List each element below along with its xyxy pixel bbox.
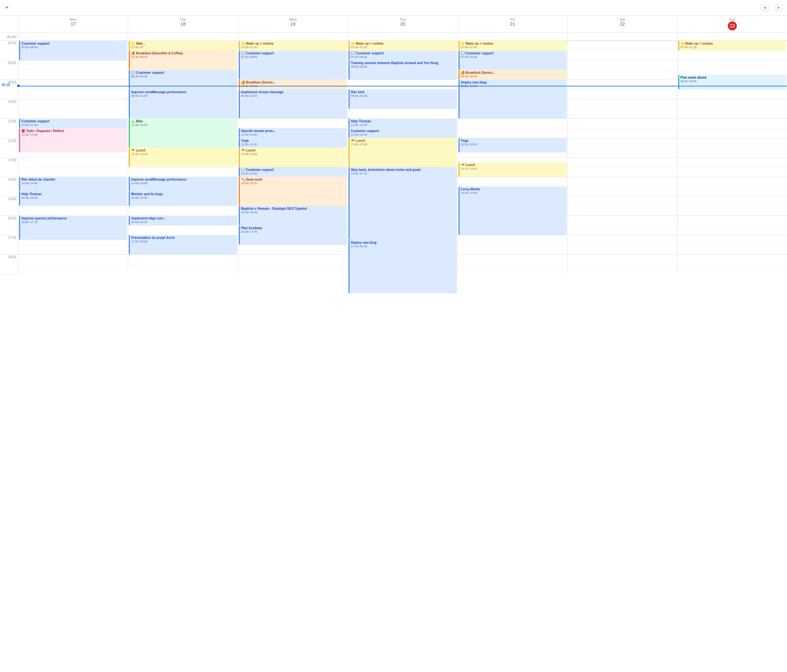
- event[interactable]: 🍊 Breakfast (Smoothie & Coffee)07:30–08:…: [129, 51, 237, 70]
- event[interactable]: Training session between Baptiste Arnaud…: [349, 60, 457, 80]
- event[interactable]: 🍊 Breakfast (Smoot...08:30–09:00: [458, 70, 567, 80]
- event-time: 11:30–12:00: [241, 133, 346, 136]
- event[interactable]: 💬 Customer support07:30–08:00: [349, 51, 457, 60]
- time-slot-1300: 13:00: [0, 157, 18, 177]
- time-slot-0800: 08:00: [0, 60, 18, 80]
- time-slot-1800: 18:00: [0, 255, 18, 274]
- event[interactable]: OpenAI stream prom...11:30–12:00: [239, 128, 347, 138]
- event[interactable]: 🥗 Lunch12:30–13:30: [239, 148, 347, 167]
- event[interactable]: 🚲 Bike11:00–12:30: [129, 119, 237, 148]
- event[interactable]: Improve queries performance16:00–17:15: [19, 216, 127, 240]
- event-title: Help Thomas: [351, 119, 455, 123]
- event[interactable]: 💬 Customer support08:30–09:30: [129, 70, 237, 89]
- event[interactable]: 🥗 Lunch13:15–14:00: [458, 162, 567, 177]
- event[interactable]: 🍊 Breakfast (Smoot...09:00–09:30: [239, 80, 347, 89]
- event-time: 14:30–17:00: [461, 191, 565, 194]
- add-event-button[interactable]: +: [4, 4, 10, 11]
- event[interactable]: 💬 Customer support07:30–09:00: [239, 51, 347, 80]
- event[interactable]: Deploy new blog09:00–11:00: [458, 80, 567, 119]
- event-time: 07:00–07:30: [461, 46, 565, 49]
- event-time: 16:30–17:30: [241, 230, 346, 233]
- event-title: Présentation du projet Archi: [131, 236, 235, 240]
- event[interactable]: Deploy new blog17:15–20:00: [349, 240, 457, 293]
- col-header-thu20[interactable]: Thu 20: [348, 16, 457, 32]
- header-left: +: [4, 4, 18, 11]
- event-title: 🥗 Lunch: [241, 148, 346, 152]
- event[interactable]: Baptiste x Romain - Stratégie SEO Typebo…: [239, 206, 347, 225]
- event-time: 07:30–08:30: [461, 55, 565, 59]
- allday-thu20: [348, 33, 457, 41]
- event-title: 💬 Customer support: [461, 51, 565, 55]
- event[interactable]: Implement stream message09:30–11:00: [239, 89, 347, 119]
- event-title: Monitor and fix bugs: [131, 192, 235, 196]
- event-title: 🌟 Wak...: [131, 41, 235, 46]
- event[interactable]: 📕 Todo / Organize / Reflect11:30–12:45: [19, 128, 127, 152]
- event[interactable]: 🥗 Lunch12:30–13:30: [129, 148, 237, 167]
- time-slot-1600: 16:00: [0, 216, 18, 235]
- col-header-mon17[interactable]: Mon 17: [18, 16, 128, 32]
- time-gutter-header: [0, 16, 18, 32]
- event[interactable]: Improve sendMessage performance14:00–14:…: [129, 177, 237, 191]
- event[interactable]: Présentation du projet Archi17:00–18:00: [129, 235, 237, 255]
- event[interactable]: Rdv début de chantier14:00–14:45: [19, 177, 127, 191]
- allday-fri21: [458, 33, 567, 41]
- event[interactable]: 💬 Customer support13:30–14:00: [239, 167, 347, 177]
- time-slot-1500: 15:00: [0, 196, 18, 216]
- event[interactable]: Rdv kiné09:30–10:30: [349, 89, 457, 109]
- event[interactable]: 🌟 Wake up + routine07:00–07:30: [239, 41, 347, 51]
- event[interactable]: Implement edge runt...16:00–16:30: [129, 216, 237, 225]
- col-header-fri21[interactable]: Fri 21: [458, 16, 567, 32]
- event-time: 07:00–07:30: [351, 46, 455, 49]
- event-time: 13:15–14:00: [461, 167, 565, 170]
- event-time: 11:00–12:30: [131, 123, 235, 126]
- next-week-button[interactable]: >: [774, 5, 782, 11]
- col-header-tue18[interactable]: Tue 18: [128, 16, 237, 32]
- event-title: Implement edge runt...: [131, 216, 235, 220]
- event-title: 🍊 Breakfast (Smoot...: [241, 80, 346, 84]
- event[interactable]: Step back, brainstorm about vision and g…: [349, 167, 457, 240]
- event[interactable]: Plan week ahead08:45–09:30: [678, 75, 786, 89]
- event-title: Step back, brainstorm about vision and g…: [351, 168, 455, 172]
- time-slot-1700: 17:00: [0, 235, 18, 255]
- event[interactable]: 🌟 Wak...07:00–07:: [129, 41, 237, 51]
- event[interactable]: Customer support11:00–11:30: [19, 119, 127, 128]
- col-header-wed19[interactable]: Wed 19: [238, 16, 348, 32]
- current-time-indicator: [238, 86, 348, 87]
- event[interactable]: Help Thomas11:00–11:30: [349, 119, 457, 128]
- day-col-wed19: 🌟 Wake up + routine07:00–07:30💬 Customer…: [238, 41, 348, 274]
- event-title: 💬 Customer support: [241, 168, 346, 172]
- allday-mon17: [18, 33, 128, 41]
- time-slot-1100: 11:00: [0, 119, 18, 138]
- event[interactable]: 🌟 Wake up + routine07:00–07:30: [678, 41, 786, 51]
- event[interactable]: Yoga12:00–12:45: [458, 138, 567, 152]
- event-title: 🌟 Wake up + routine: [461, 41, 565, 46]
- event[interactable]: Help Thomas14:45–15:30: [19, 191, 127, 206]
- event[interactable]: Yoga12:00–12:30: [239, 138, 347, 148]
- event-time: 14:45–15:30: [21, 196, 126, 199]
- event-time: 07:30–08:30: [131, 55, 235, 59]
- allday-sun23: [677, 33, 787, 41]
- day-col-tue18: 🌟 Wak...07:00–07:🍊 Breakfast (Smoothie &…: [128, 41, 237, 274]
- event[interactable]: 🌟 Wake up + routine07:00–07:30: [458, 41, 567, 51]
- event[interactable]: 🌟 Wake up + routine07:00–07:30: [349, 41, 457, 51]
- prev-week-button[interactable]: <: [761, 5, 769, 11]
- event-title: 🌟 Wake up + routine: [681, 41, 785, 46]
- calendar-body: 07:0008:0009:0010:0011:0012:0013:0014:00…: [0, 41, 787, 672]
- calendar-app: + < > Mon 17 Tue 18: [0, 0, 787, 672]
- event-title: 🍊 Breakfast (Smoothie & Coffee): [131, 51, 235, 55]
- event[interactable]: 🥗 Lunch12:00–13:30: [349, 138, 457, 167]
- event-time: 12:00–12:45: [461, 143, 565, 146]
- event[interactable]: 🔨 Deep work14:00–15:30: [239, 177, 347, 206]
- event[interactable]: Customer support11:30–12:00: [349, 128, 457, 138]
- event-time: 07:30–09:00: [241, 55, 346, 59]
- event[interactable]: 💬 Customer support07:30–08:30: [458, 51, 567, 70]
- event[interactable]: Monitor and fix bugs14:45–15:30: [129, 191, 237, 206]
- event[interactable]: Leroy-Merlin14:30–17:00: [458, 187, 567, 235]
- col-header-sun23[interactable]: Sun 23: [677, 16, 787, 32]
- event[interactable]: Plan kozikaza16:30–17:30: [239, 225, 347, 245]
- event[interactable]: Improve sendMessage performance09:30–11:…: [129, 89, 237, 119]
- event-title: Rdv début de chantier: [21, 177, 126, 182]
- event[interactable]: Customer support07:00–08:00: [19, 41, 127, 60]
- day-col-thu20: 🌟 Wake up + routine07:00–07:30💬 Customer…: [348, 41, 457, 274]
- col-header-sat22[interactable]: Sat 22: [567, 16, 677, 32]
